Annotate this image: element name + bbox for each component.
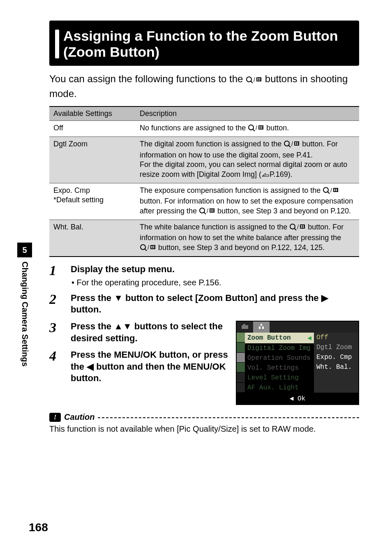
step-3: 3 Press the ▲▼ buttons to select the des… [49, 321, 230, 344]
submenu-arrow-icon: ◀ [307, 334, 311, 342]
svg-line-9 [253, 129, 255, 131]
zoom-icon: / [323, 187, 339, 197]
svg-rect-43 [300, 224, 305, 229]
caution-body: This function is not available when [Pic… [49, 424, 359, 434]
table-row-desc: The white balance function is assigned t… [136, 220, 359, 257]
svg-text:/: / [207, 208, 208, 214]
table-row-desc: The exposure compensation function is as… [136, 183, 359, 220]
svg-rect-13 [261, 126, 263, 127]
caution-heading: ! Caution [49, 412, 359, 422]
svg-rect-37 [212, 209, 214, 211]
table-row-name: Expo. Cmp *Default setting [49, 183, 136, 220]
zoom-icon: / [248, 124, 264, 134]
lcd-menu-item: Zoom Button◀ [245, 333, 314, 343]
svg-text:/: / [148, 244, 149, 251]
svg-line-41 [294, 228, 296, 230]
camera-lcd-preview: Zoom Button◀ Digital Zoom Img Operation … [236, 321, 359, 405]
svg-rect-3 [256, 77, 261, 81]
svg-rect-19 [294, 141, 299, 146]
svg-rect-11 [258, 125, 263, 130]
steps-list: 1 Display the setup menu. • For the oper… [49, 264, 359, 405]
left-triangle-icon: ◀ [290, 395, 294, 403]
step-2: 2 Press the ▼ button to select [Zoom But… [49, 292, 359, 316]
svg-text:/: / [254, 76, 255, 83]
lcd-option: Wht. Bal. [314, 362, 358, 372]
table-row-name: Off [49, 120, 136, 137]
svg-rect-31 [336, 190, 337, 191]
svg-text:/: / [256, 125, 257, 131]
svg-rect-55 [153, 247, 154, 248]
svg-text:/: / [291, 141, 293, 147]
lcd-option: Expo. Cmp [314, 352, 358, 362]
step-number: 4 [49, 349, 64, 384]
step-number: 3 [49, 321, 64, 344]
zoom-icon: / [199, 207, 215, 217]
svg-rect-60 [262, 326, 264, 329]
svg-rect-5 [259, 78, 261, 79]
table-header-settings: Available Settings [49, 106, 136, 121]
step-number: 2 [49, 292, 64, 316]
up-down-triangle-icon: ▲▼ [114, 321, 132, 331]
svg-rect-59 [259, 326, 261, 329]
lcd-tab-setup-icon [253, 322, 270, 333]
section-title: Assigning a Function to the Zoom Button … [63, 28, 353, 60]
svg-text:/: / [297, 224, 299, 230]
step-heading: Press the ▲▼ buttons to select the desir… [71, 321, 230, 344]
svg-rect-58 [261, 324, 262, 326]
svg-rect-20 [295, 142, 296, 143]
svg-rect-12 [259, 126, 261, 127]
svg-rect-51 [150, 245, 155, 249]
lcd-menu-item: AF Aux. Light [245, 383, 314, 393]
step-heading: Press the ▼ button to select [Zoom Butto… [71, 292, 359, 316]
section-title-bar: Assigning a Function to the Zoom Button … [49, 21, 359, 66]
left-triangle-icon: ◀ [87, 361, 94, 372]
svg-rect-15 [261, 127, 263, 129]
svg-rect-35 [210, 208, 214, 213]
svg-rect-52 [151, 246, 152, 247]
table-row-name: Wht. Bal. [49, 220, 136, 257]
svg-rect-4 [257, 78, 258, 79]
chapter-label: Changing Camera Settings [20, 261, 30, 367]
zoom-icon: / [246, 74, 262, 87]
caution-label: Caution [64, 412, 95, 422]
svg-rect-46 [301, 227, 302, 228]
step-bullet: • For the operating procedure, see P.156… [71, 278, 359, 287]
down-triangle-icon: ▼ [114, 293, 123, 303]
intro-text-a: You can assign the following functions t… [49, 73, 246, 84]
lcd-tab-camera-icon [237, 322, 253, 333]
svg-rect-57 [243, 324, 245, 325]
svg-line-1 [251, 81, 253, 83]
svg-line-49 [145, 249, 147, 251]
step-number: 1 [49, 264, 64, 287]
step-1: 1 Display the setup menu. • For the oper… [49, 264, 359, 287]
step-heading: Press the MENU/OK button, or press the ◀… [71, 349, 230, 384]
svg-line-17 [288, 145, 291, 147]
lcd-menu-item: Digital Zoom Img [245, 343, 314, 353]
svg-rect-54 [151, 247, 152, 248]
svg-line-33 [204, 212, 206, 214]
chapter-number: 5 [17, 243, 32, 257]
svg-rect-56 [242, 325, 248, 329]
zoom-icon: / [289, 223, 306, 233]
page-number: 168 [29, 521, 48, 534]
table-row-desc: The digital zoom function is assigned to… [136, 137, 359, 183]
right-triangle-icon: ▶ [321, 293, 328, 303]
svg-rect-27 [333, 188, 338, 192]
svg-rect-45 [303, 225, 304, 227]
lcd-option: Dgtl Zoom [314, 342, 358, 352]
zoom-icon: / [284, 140, 300, 150]
svg-rect-22 [295, 144, 296, 145]
svg-rect-38 [210, 211, 212, 212]
step-4: 4 Press the MENU/OK button, or press the… [49, 349, 230, 384]
svg-rect-28 [334, 189, 335, 190]
caution-dash-line [98, 417, 359, 418]
reference-icon [261, 171, 270, 180]
svg-rect-44 [301, 225, 302, 227]
lcd-menu-item: Operation Sounds [245, 353, 314, 363]
svg-rect-7 [259, 80, 261, 81]
step-heading: Display the setup menu. [71, 264, 359, 275]
svg-rect-23 [297, 144, 298, 145]
table-header-description: Description [136, 106, 359, 121]
svg-rect-21 [297, 142, 298, 143]
svg-rect-39 [212, 211, 214, 212]
